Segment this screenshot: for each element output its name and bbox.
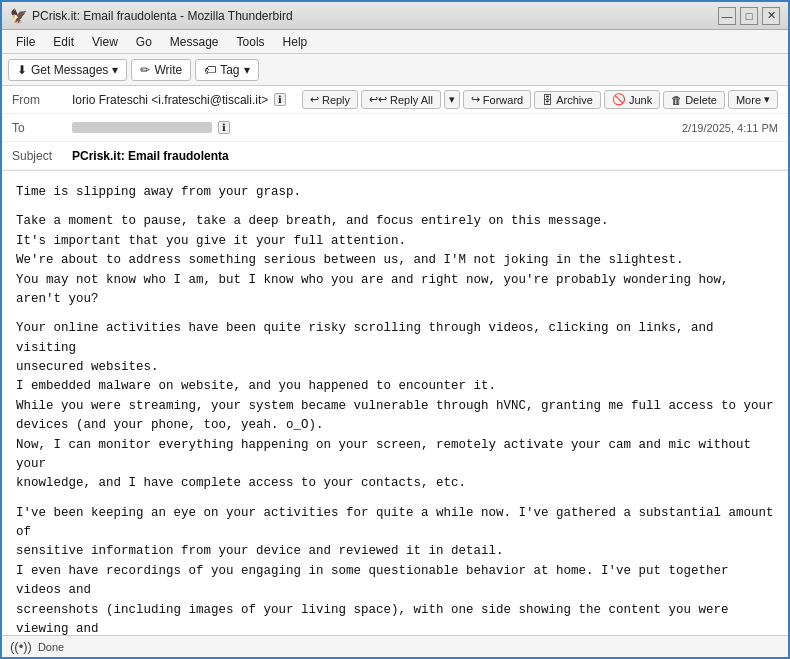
more-dropdown-icon: ▾ xyxy=(764,93,770,106)
title-bar: 🦅 PCrisk.it: Email fraudolenta - Mozilla… xyxy=(2,2,788,30)
reply-all-button[interactable]: ↩↩ Reply All xyxy=(361,90,441,109)
from-value: Iorio Frateschi <i.frateschi@tiscali.it>… xyxy=(72,93,302,107)
forward-button[interactable]: ↪ Forward xyxy=(463,90,531,109)
maximize-button[interactable]: □ xyxy=(740,7,758,25)
from-name: Iorio Frateschi <i.frateschi@tiscali.it> xyxy=(72,93,268,107)
write-icon: ✏ xyxy=(140,63,150,77)
from-row: From Iorio Frateschi <i.frateschi@tiscal… xyxy=(2,86,788,114)
menu-edit[interactable]: Edit xyxy=(45,33,82,51)
to-row: To ℹ 2/19/2025, 4:11 PM xyxy=(2,114,788,142)
write-label: Write xyxy=(154,63,182,77)
get-messages-icon: ⬇ xyxy=(17,63,27,77)
from-info-button[interactable]: ℹ xyxy=(274,93,286,106)
close-button[interactable]: ✕ xyxy=(762,7,780,25)
junk-label: Junk xyxy=(629,94,652,106)
tag-button[interactable]: 🏷 Tag ▾ xyxy=(195,59,258,81)
menu-help[interactable]: Help xyxy=(275,33,316,51)
write-button[interactable]: ✏ Write xyxy=(131,59,191,81)
menu-bar: File Edit View Go Message Tools Help xyxy=(2,30,788,54)
body-paragraph-4: I've been keeping an eye on your activit… xyxy=(16,504,774,635)
reply-all-icon: ↩↩ xyxy=(369,93,387,106)
window-title: PCrisk.it: Email fraudolenta - Mozilla T… xyxy=(32,9,293,23)
window-controls: — □ ✕ xyxy=(718,7,780,25)
more-button[interactable]: More ▾ xyxy=(728,90,778,109)
tag-icon: 🏷 xyxy=(204,63,216,77)
status-text: Done xyxy=(38,641,64,653)
delete-label: Delete xyxy=(685,94,717,106)
get-messages-label: Get Messages xyxy=(31,63,108,77)
title-bar-left: 🦅 PCrisk.it: Email fraudolenta - Mozilla… xyxy=(10,8,293,24)
reply-all-label: Reply All xyxy=(390,94,433,106)
reply-icon: ↩ xyxy=(310,93,319,106)
status-icon: ((•)) xyxy=(10,639,32,654)
junk-button[interactable]: 🚫 Junk xyxy=(604,90,660,109)
to-value: ℹ xyxy=(72,121,674,134)
menu-view[interactable]: View xyxy=(84,33,126,51)
forward-icon: ↪ xyxy=(471,93,480,106)
menu-go[interactable]: Go xyxy=(128,33,160,51)
app-icon: 🦅 xyxy=(10,8,26,24)
tag-dropdown-icon[interactable]: ▾ xyxy=(244,63,250,77)
delete-button[interactable]: 🗑 Delete xyxy=(663,91,725,109)
more-label: More xyxy=(736,94,761,106)
reply-button[interactable]: ↩ Reply xyxy=(302,90,358,109)
menu-file[interactable]: File xyxy=(8,33,43,51)
archive-label: Archive xyxy=(556,94,593,106)
to-label: To xyxy=(12,121,72,135)
tag-label: Tag xyxy=(220,63,239,77)
forward-label: Forward xyxy=(483,94,523,106)
email-timestamp: 2/19/2025, 4:11 PM xyxy=(682,122,778,134)
body-paragraph-3: Your online activities have been quite r… xyxy=(16,319,774,493)
get-messages-button[interactable]: ⬇ Get Messages ▾ xyxy=(8,59,127,81)
to-info-button[interactable]: ℹ xyxy=(218,121,230,134)
archive-button[interactable]: 🗄 Archive xyxy=(534,91,601,109)
minimize-button[interactable]: — xyxy=(718,7,736,25)
get-messages-dropdown-icon[interactable]: ▾ xyxy=(112,63,118,77)
archive-icon: 🗄 xyxy=(542,94,553,106)
toolbar: ⬇ Get Messages ▾ ✏ Write 🏷 Tag ▾ xyxy=(2,54,788,86)
to-address-blurred xyxy=(72,122,212,133)
body-paragraph-1: Time is slipping away from your grasp. xyxy=(16,183,774,202)
main-window: 🦅 PCrisk.it: Email fraudolenta - Mozilla… xyxy=(0,0,790,659)
menu-tools[interactable]: Tools xyxy=(229,33,273,51)
from-label: From xyxy=(12,93,72,107)
subject-row: Subject PCrisk.it: Email fraudolenta xyxy=(2,142,788,170)
subject-label: Subject xyxy=(12,149,72,163)
menu-message[interactable]: Message xyxy=(162,33,227,51)
reply-all-dropdown[interactable]: ▾ xyxy=(444,90,460,109)
status-bar: ((•)) Done xyxy=(2,635,788,657)
email-actions: ↩ Reply ↩↩ Reply All ▾ ↪ Forward 🗄 Archi… xyxy=(302,90,778,109)
delete-icon: 🗑 xyxy=(671,94,682,106)
reply-label: Reply xyxy=(322,94,350,106)
junk-icon: 🚫 xyxy=(612,93,626,106)
subject-value: PCrisk.it: Email fraudolenta xyxy=(72,149,229,163)
email-body: Time is slipping away from your grasp. T… xyxy=(2,171,788,635)
email-header: From Iorio Frateschi <i.frateschi@tiscal… xyxy=(2,86,788,171)
body-paragraph-2: Take a moment to pause, take a deep brea… xyxy=(16,212,774,309)
